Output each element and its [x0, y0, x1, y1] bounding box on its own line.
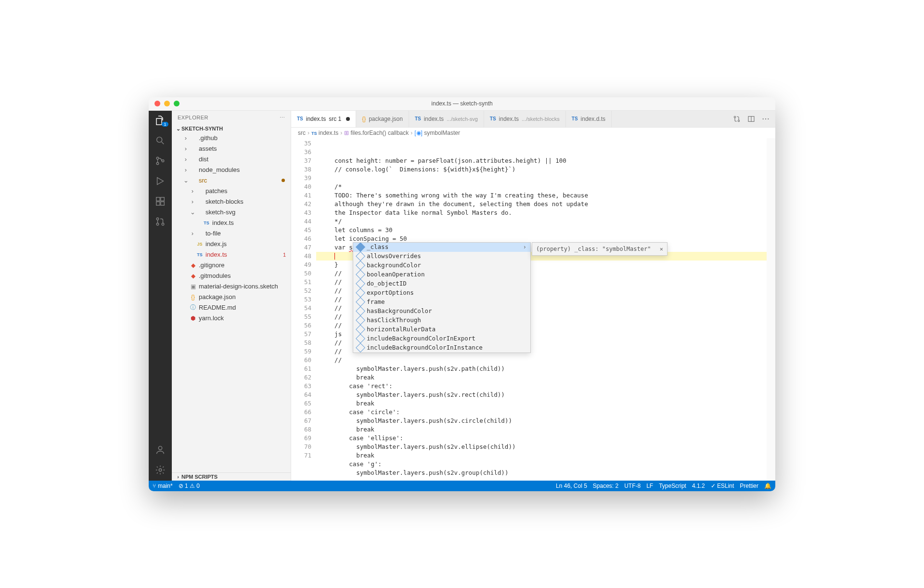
explorer-icon[interactable]: 1 — [154, 115, 166, 126]
suggest-item[interactable]: _class› — [353, 243, 530, 252]
tree-item[interactable]: ⓘREADME.md — [172, 302, 291, 313]
tree-item[interactable]: ⌄sketch-svg — [172, 207, 291, 218]
suggest-item[interactable]: includeBackgroundColorInExport — [353, 334, 530, 343]
svg-rect-5 — [156, 201, 160, 205]
suggest-item[interactable]: backgroundColor — [353, 261, 530, 270]
extensions-icon[interactable] — [154, 196, 166, 207]
tabs: TSindex.tssrc 1{}package.jsonTSindex.ts.… — [291, 111, 775, 128]
sidebar-title: EXPLORER ⋯ — [172, 111, 291, 125]
tree-item[interactable]: ◆.gitmodules — [172, 271, 291, 281]
minimap[interactable] — [767, 138, 775, 481]
tree-item[interactable]: ›to-file — [172, 228, 291, 239]
titlebar: index.ts — sketch-synth — [149, 97, 775, 111]
tree-item[interactable]: ›assets — [172, 144, 291, 154]
npm-scripts-header[interactable]: › NPM SCRIPTS — [172, 472, 291, 481]
breadcrumb-item[interactable]: [◉] symbolMaster — [414, 130, 460, 136]
property-icon — [356, 315, 365, 325]
gutter: 3536373839404142434445464748495051525354… — [291, 138, 316, 481]
breadcrumb-item[interactable]: TS index.ts — [311, 130, 338, 136]
traffic-lights — [154, 101, 180, 106]
account-icon[interactable] — [154, 444, 166, 456]
tree-item[interactable]: ›.github — [172, 133, 291, 144]
svg-rect-4 — [156, 197, 160, 200]
breadcrumb[interactable]: src›TS index.ts›⊞ files.forEach() callba… — [291, 128, 775, 138]
editor-group: TSindex.tssrc 1{}package.jsonTSindex.ts.… — [291, 111, 775, 481]
suggest-item[interactable]: booleanOperation — [353, 270, 530, 279]
tree-item[interactable]: ›patches — [172, 186, 291, 196]
tab[interactable]: TSindex.ts.../sketch-blocks — [484, 111, 566, 127]
eol[interactable]: LF — [646, 483, 653, 489]
window-title: index.ts — sketch-synth — [431, 100, 492, 107]
indentation[interactable]: Spaces: 2 — [593, 483, 618, 489]
language-mode[interactable]: TypeScript — [659, 483, 686, 489]
settings-icon[interactable] — [154, 464, 166, 476]
property-icon — [356, 251, 365, 261]
branch[interactable]: ⑂ main* — [153, 483, 173, 489]
minimize-icon[interactable] — [164, 101, 170, 106]
close-icon[interactable] — [154, 101, 160, 106]
property-icon — [356, 297, 365, 307]
suggest-item[interactable]: horizontalRulerData — [353, 325, 530, 334]
breadcrumb-item[interactable]: ⊞ files.forEach() callback — [344, 130, 409, 136]
tree-item[interactable]: ◆.gitignore — [172, 260, 291, 271]
svg-rect-7 — [161, 197, 164, 200]
code[interactable]: const height: number = parseFloat(json.a… — [316, 138, 775, 481]
suggest-item[interactable]: includeBackgroundColorInInstance — [353, 343, 530, 353]
property-icon — [356, 270, 365, 279]
svg-point-2 — [156, 162, 159, 165]
github-pr-icon[interactable] — [154, 216, 166, 227]
suggest-item[interactable]: hasClickThrough — [353, 316, 530, 325]
suggest-item[interactable]: do_objectID — [353, 279, 530, 288]
tree-item[interactable]: TSindex.ts1 — [172, 249, 291, 260]
more-icon[interactable]: ⋯ — [762, 114, 770, 123]
tree-item[interactable]: {}package.json — [172, 292, 291, 302]
suggest-widget[interactable]: _class›allowsOverridesbackgroundColorboo… — [353, 242, 531, 353]
tree-item[interactable]: ›sketch-blocks — [172, 196, 291, 207]
activity-bar: 1 — [149, 111, 172, 481]
file-tree: ›.github›assets›dist›node_modules⌄src›pa… — [172, 133, 291, 472]
chevron-down-icon: ⌄ — [175, 126, 181, 132]
tab[interactable]: TSindex.d.ts — [566, 111, 612, 127]
tree-item[interactable]: JSindex.js — [172, 239, 291, 249]
tab[interactable]: {}package.json — [356, 111, 409, 127]
suggest-item[interactable]: exportOptions — [353, 288, 530, 298]
eslint-status[interactable]: ✓ ESLint — [711, 483, 734, 489]
suggest-item[interactable]: hasBackgroundColor — [353, 307, 530, 316]
ts-version[interactable]: 4.1.2 — [692, 483, 705, 489]
bell-icon[interactable]: 🔔 — [764, 483, 771, 489]
property-icon — [356, 288, 365, 298]
run-debug-icon[interactable] — [154, 175, 166, 187]
encoding[interactable]: UTF-8 — [624, 483, 641, 489]
tab[interactable]: TSindex.tssrc 1 — [291, 111, 356, 127]
suggest-item[interactable]: frame — [353, 298, 530, 307]
property-icon — [356, 343, 365, 353]
prettier-status[interactable]: Prettier — [740, 483, 758, 489]
tree-item[interactable]: ›dist — [172, 154, 291, 165]
split-editor-icon[interactable] — [747, 115, 755, 123]
tree-item[interactable]: ⬢yarn.lock — [172, 313, 291, 324]
source-control-icon[interactable] — [154, 155, 166, 167]
compare-changes-icon[interactable] — [733, 115, 741, 123]
close-icon[interactable]: ✕ — [660, 245, 663, 253]
chevron-right-icon: › — [175, 474, 181, 480]
property-icon — [356, 279, 365, 288]
svg-point-12 — [159, 469, 162, 471]
tree-item[interactable]: TSindex.ts — [172, 218, 291, 228]
window: index.ts — sketch-synth 1 EXPLORER ⋯ — [149, 97, 775, 491]
editor[interactable]: 3536373839404142434445464748495051525354… — [291, 138, 775, 481]
sidebar: EXPLORER ⋯ ⌄ SKETCH-SYNTH ›.github›asset… — [172, 111, 291, 481]
cursor-position[interactable]: Ln 46, Col 5 — [556, 483, 587, 489]
breadcrumb-item[interactable]: src — [298, 130, 306, 136]
tree-item[interactable]: ▣material-design-icons.sketch — [172, 281, 291, 292]
zoom-icon[interactable] — [174, 101, 180, 106]
tree-item[interactable]: ⌄src — [172, 175, 291, 186]
project-header[interactable]: ⌄ SKETCH-SYNTH — [172, 125, 291, 133]
suggest-item[interactable]: allowsOverrides — [353, 252, 530, 261]
svg-rect-6 — [161, 201, 164, 205]
problems[interactable]: ⊘ 1 ⚠ 0 — [179, 483, 200, 489]
tree-item[interactable]: ›node_modules — [172, 165, 291, 175]
search-icon[interactable] — [154, 135, 166, 146]
property-icon — [356, 334, 365, 343]
tab[interactable]: TSindex.ts.../sketch-svg — [409, 111, 484, 127]
more-icon[interactable]: ⋯ — [280, 115, 285, 121]
